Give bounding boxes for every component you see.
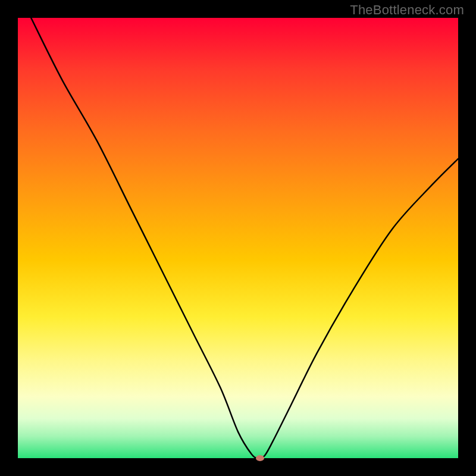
watermark-text: TheBottleneck.com bbox=[350, 2, 464, 18]
bottleneck-marker bbox=[256, 455, 264, 461]
chart-container: TheBottleneck.com bbox=[0, 0, 476, 476]
bottleneck-curve bbox=[31, 18, 458, 458]
curve-svg bbox=[18, 18, 458, 458]
plot-area bbox=[18, 18, 458, 458]
